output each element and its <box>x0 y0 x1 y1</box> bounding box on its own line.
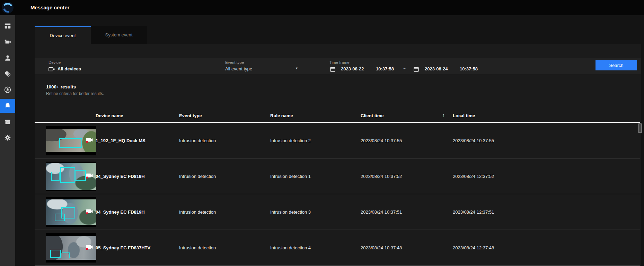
device-filter-value[interactable]: All devices <box>58 66 81 71</box>
local-time: 2023/08/24 12:37:48 <box>453 245 494 250</box>
search-button[interactable]: Search <box>596 60 637 70</box>
time-frame-label: Time frame <box>329 60 350 65</box>
results-count: 1000+ results <box>46 84 76 89</box>
account-icon <box>4 86 11 94</box>
start-time-value[interactable]: 10:37:58 <box>376 66 394 71</box>
sidebar-item-cameras[interactable] <box>0 35 15 49</box>
sort-ascending-icon[interactable]: ↑ <box>442 112 445 118</box>
cameras-icon <box>4 38 11 46</box>
message-center-screen: Message center <box>0 0 644 266</box>
column-header-rule-name[interactable]: Rule name <box>270 113 293 118</box>
table-row[interactable]: 05_Sydney EC FD837HTV Intrusion detectio… <box>35 230 640 266</box>
tab-label: System event <box>105 32 133 37</box>
start-date-value[interactable]: 2023-08-22 <box>341 66 364 71</box>
client-time: 2023/08/24 10:37:51 <box>361 209 402 215</box>
tab-device-event[interactable]: Device event <box>35 26 91 44</box>
event-type: Intrusion detection <box>179 245 216 250</box>
detection-box <box>51 172 60 181</box>
rule-name: Intrusion detection 1 <box>270 174 311 179</box>
local-time: 2023/08/24 12:37:51 <box>453 209 494 215</box>
sidebar-item-dashboard[interactable] <box>0 19 15 33</box>
calendar-icon[interactable] <box>414 67 419 72</box>
sidebar-item-settings[interactable] <box>0 131 15 145</box>
top-bar: Message center <box>0 0 644 15</box>
device-filter-label: Device <box>48 60 61 65</box>
camera-event-icon <box>86 208 94 215</box>
detection-box <box>75 170 86 181</box>
chevron-down-icon[interactable]: ▼ <box>295 67 298 70</box>
detection-box <box>60 167 76 183</box>
local-time: 2023/08/24 10:37:55 <box>453 138 494 143</box>
device-name: 1_192_1F_HQ Dock MS <box>96 138 145 143</box>
event-type: Intrusion detection <box>179 138 216 143</box>
calendar-icon[interactable] <box>330 67 335 72</box>
sidebar-item-users[interactable] <box>0 51 15 65</box>
column-header-local-time[interactable]: Local time <box>453 113 475 118</box>
device-name: 05_Sydney EC FD837HTV <box>96 245 150 250</box>
settings-icon <box>4 134 11 141</box>
layout-icon <box>4 22 11 30</box>
device-name: 04_Sydney EC FD819H <box>96 209 145 215</box>
camera-event-icon <box>86 173 94 179</box>
page-title: Message center <box>30 0 70 15</box>
column-header-client-time[interactable]: Client time <box>361 113 383 118</box>
user-icon <box>4 54 11 62</box>
sidebar-item-archive[interactable] <box>0 115 15 129</box>
detection-box <box>50 250 61 258</box>
camera-event-icon <box>86 244 94 250</box>
table-header: Device name Event type Rule name Client … <box>35 110 640 123</box>
sidebar <box>0 15 15 266</box>
sidebar-item-scenes[interactable] <box>0 67 15 81</box>
event-type: Intrusion detection <box>179 174 216 179</box>
table-row[interactable]: 1_192_1F_HQ Dock MS Intrusion detection … <box>35 123 640 158</box>
sidebar-item-accounts[interactable] <box>0 83 15 97</box>
time-range-separator: ~ <box>403 66 406 71</box>
camera-event-icon <box>86 137 94 143</box>
device-name: 04_Sydney EC FD819H <box>96 174 145 179</box>
tab-system-event[interactable]: System event <box>91 26 147 44</box>
table-row[interactable]: 04_Sydney EC FD819H Intrusion detection … <box>35 158 640 194</box>
column-header-device-name[interactable]: Device name <box>96 113 123 118</box>
sidebar-item-message-center[interactable] <box>0 99 15 113</box>
detection-box <box>62 252 70 258</box>
rule-name: Intrusion detection 2 <box>270 138 311 143</box>
table-row[interactable]: 04_Sydney EC FD819H Intrusion detection … <box>35 194 640 230</box>
client-time: 2023/08/24 10:37:55 <box>361 138 402 143</box>
event-type-filter-label: Event type <box>225 60 244 65</box>
scenes-icon <box>4 70 11 78</box>
event-type: Intrusion detection <box>179 209 216 215</box>
rule-name: Intrusion detection 4 <box>270 245 311 250</box>
local-time: 2023/08/24 12:37:52 <box>453 174 494 179</box>
event-type-filter-value[interactable]: All event type <box>225 66 252 71</box>
rule-name: Intrusion detection 3 <box>270 209 311 215</box>
app-logo-icon <box>1 1 14 14</box>
client-time: 2023/08/24 10:37:48 <box>361 245 402 250</box>
end-date-value[interactable]: 2023-08-24 <box>425 66 448 71</box>
detection-box <box>59 138 82 148</box>
detection-box <box>55 214 65 221</box>
end-time-value[interactable]: 10:37:58 <box>460 66 478 71</box>
tab-label: Device event <box>50 33 76 38</box>
filter-bar: Device All devices Event type All event … <box>35 58 641 74</box>
results-hint: Refine criteria for better results. <box>46 91 104 96</box>
client-time: 2023/08/24 10:37:52 <box>361 174 402 179</box>
camera-outline-icon <box>48 67 55 71</box>
scrollbar-thumb[interactable] <box>638 123 642 133</box>
column-header-event-type[interactable]: Event type <box>179 113 202 118</box>
bell-icon <box>4 102 11 110</box>
archive-icon <box>4 118 11 126</box>
event-list: 1_192_1F_HQ Dock MS Intrusion detection … <box>35 123 640 266</box>
